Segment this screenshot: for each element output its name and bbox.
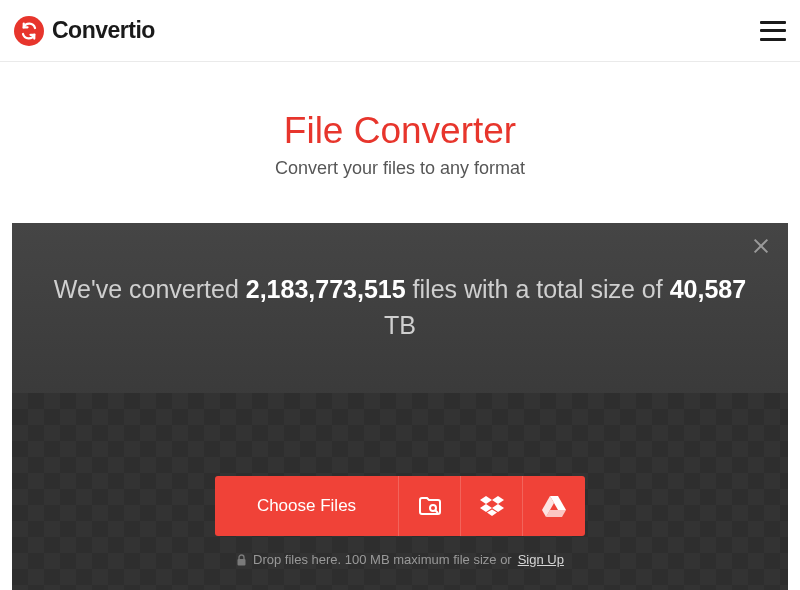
dropbox-icon (480, 495, 504, 517)
stats-size-value: 40,587 (670, 275, 746, 303)
stats-mid: files with a total size of (406, 275, 670, 303)
dropbox-button[interactable] (461, 476, 523, 536)
convertio-logo-icon (14, 16, 44, 46)
hero-section: File Converter Convert your files to any… (0, 62, 800, 209)
stats-prefix: We've converted (54, 275, 246, 303)
folder-search-icon (418, 495, 442, 517)
google-drive-icon (542, 495, 566, 517)
drop-zone[interactable]: Choose Files (12, 393, 788, 590)
brand-logo[interactable]: Convertio (14, 16, 155, 46)
close-icon[interactable] (752, 237, 770, 255)
menu-icon[interactable] (760, 21, 786, 41)
signup-link[interactable]: Sign Up (518, 552, 564, 567)
svg-rect-2 (238, 559, 246, 566)
stats-banner: We've converted 2,183,773,515 files with… (12, 223, 788, 402)
stats-file-count: 2,183,773,515 (246, 275, 406, 303)
lock-icon (236, 554, 247, 566)
file-browse-button[interactable] (399, 476, 461, 536)
stats-size-unit: TB (384, 311, 416, 339)
upload-bar: Choose Files (215, 476, 585, 536)
svg-line-1 (435, 510, 438, 513)
drop-hint-text: Drop files here. 100 MB maximum file siz… (253, 552, 512, 567)
page-title: File Converter (20, 110, 780, 152)
brand-name: Convertio (52, 17, 155, 44)
site-header: Convertio (0, 0, 800, 62)
google-drive-button[interactable] (523, 476, 585, 536)
drop-hint: Drop files here. 100 MB maximum file siz… (236, 552, 564, 567)
stats-text: We've converted 2,183,773,515 files with… (52, 271, 748, 344)
upload-panel: We've converted 2,183,773,515 files with… (12, 223, 788, 590)
choose-files-button[interactable]: Choose Files (215, 476, 399, 536)
page-subtitle: Convert your files to any format (20, 158, 780, 179)
svg-point-0 (430, 505, 436, 511)
